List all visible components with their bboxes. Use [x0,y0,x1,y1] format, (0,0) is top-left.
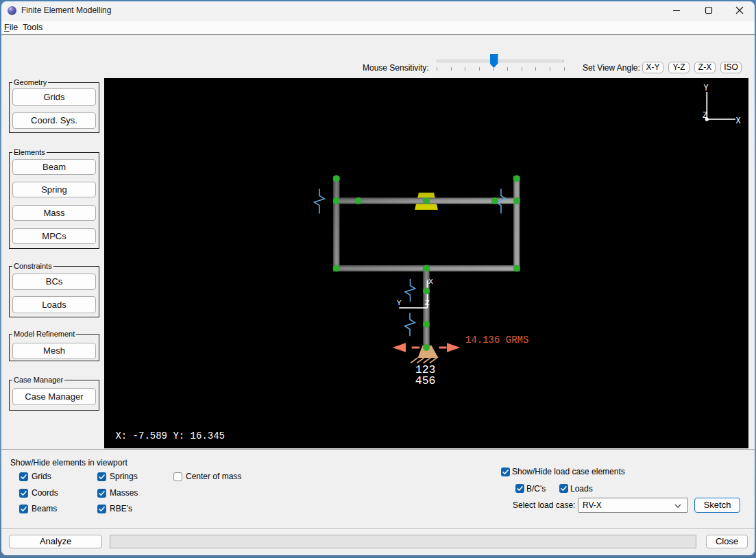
svg-text:X: -7.589 Y: 16.345: X: -7.589 Y: 16.345 [115,430,225,441]
svg-text:Z: Z [703,111,707,121]
svg-text:X: X [736,117,741,126]
svg-text:456: 456 [415,374,436,387]
svg-text:X: X [428,277,433,286]
svg-text:Y: Y [704,84,709,93]
svg-text:14.136 GRMS: 14.136 GRMS [465,335,528,345]
svg-text:Y: Y [397,298,402,307]
svg-text:Z: Z [425,298,430,307]
